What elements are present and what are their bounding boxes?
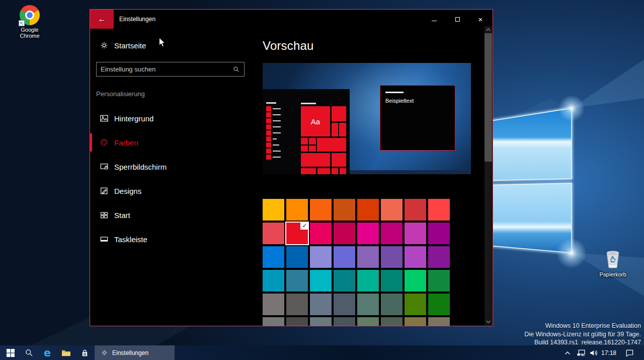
taskbar-edge-button[interactable]: e [39, 345, 56, 360]
accent-swatch[interactable] [381, 246, 403, 268]
taskbar-icon [100, 235, 109, 244]
accent-swatch[interactable] [357, 317, 379, 326]
accent-swatch[interactable] [263, 317, 284, 326]
mouse-cursor [158, 37, 166, 48]
preview-taskbar-strip [350, 170, 471, 174]
accent-swatch[interactable] [428, 317, 450, 326]
accent-swatch[interactable] [263, 246, 284, 268]
accent-swatch[interactable] [428, 294, 450, 315]
clock-label: 17:18 [601, 349, 616, 356]
taskbar-explorer-button[interactable] [57, 345, 74, 360]
accent-swatch[interactable] [357, 223, 379, 244]
accent-swatch[interactable] [405, 246, 426, 268]
windows-logo-icon [7, 349, 15, 357]
accent-swatch[interactable] [381, 317, 403, 326]
accent-swatch[interactable] [310, 270, 332, 292]
accent-swatch[interactable] [334, 294, 355, 315]
minimize-button[interactable] [423, 10, 446, 29]
scroll-down-icon[interactable] [485, 318, 492, 325]
accent-swatch[interactable] [310, 294, 332, 315]
accent-swatch[interactable] [334, 246, 355, 268]
accent-swatch[interactable] [381, 199, 403, 221]
speaker-icon [589, 349, 599, 357]
accent-swatch[interactable]: ✓ [286, 223, 308, 244]
scrollbar[interactable] [485, 26, 492, 325]
preview-sample-window: Beispieltext [380, 85, 455, 151]
accent-swatch[interactable] [334, 223, 355, 244]
sidebar-item-home[interactable]: Startseite [90, 36, 256, 54]
accent-swatch[interactable] [428, 223, 450, 244]
search-input[interactable] [97, 65, 232, 73]
sidebar-item-label: Sperrbildschirm [114, 163, 167, 171]
accent-swatch[interactable] [357, 270, 379, 292]
accent-swatch[interactable] [263, 294, 284, 315]
accent-swatch[interactable] [405, 294, 426, 315]
taskbar-search-button[interactable] [20, 345, 37, 360]
sidebar-item-colors[interactable]: Farben [90, 130, 256, 155]
accent-swatch[interactable] [286, 294, 308, 315]
accent-swatch[interactable] [263, 199, 284, 221]
back-arrow-icon: ← [98, 15, 106, 24]
accent-swatch[interactable] [381, 270, 403, 292]
accent-swatch[interactable] [357, 199, 379, 221]
accent-swatch[interactable] [405, 223, 426, 244]
accent-swatch[interactable] [310, 317, 332, 326]
tray-volume-button[interactable] [587, 345, 601, 360]
accent-swatch[interactable] [428, 270, 450, 292]
accent-swatch[interactable] [428, 199, 450, 221]
license-line-2: Die Windows-Lizenz ist gültig für 39 Tag… [524, 330, 641, 339]
tray-chevron-button[interactable] [561, 345, 574, 360]
accent-swatch[interactable] [334, 270, 355, 292]
accent-swatch[interactable] [286, 246, 308, 268]
desktop-icon-google-chrome[interactable]: ↖ Google Chrome [11, 5, 49, 39]
accent-swatch[interactable] [263, 223, 284, 244]
taskbar-app-einstellungen[interactable]: Einstellungen [95, 345, 175, 360]
page-title: Vorschau [263, 39, 314, 53]
action-center-button[interactable] [621, 345, 638, 360]
accent-swatch[interactable] [357, 294, 379, 315]
sidebar-item-background[interactable]: Hintergrund [90, 106, 256, 130]
settings-search-box[interactable] [96, 62, 245, 77]
accent-swatch[interactable] [286, 317, 308, 326]
search-icon [25, 348, 33, 357]
recycle-bin-icon [603, 249, 623, 270]
accent-swatch[interactable] [286, 270, 308, 292]
minimize-icon [432, 21, 437, 21]
accent-swatch[interactable] [405, 199, 426, 221]
sidebar-item-start[interactable]: Start [90, 203, 256, 227]
accent-swatch[interactable] [310, 246, 332, 268]
desktop-icon-recycle-bin[interactable]: Papierkorb [594, 249, 632, 277]
accent-swatch[interactable] [357, 246, 379, 268]
sidebar-item-taskbar[interactable]: Taskleiste [90, 227, 256, 251]
accent-swatch[interactable] [286, 199, 308, 221]
lock-screen-icon [100, 162, 109, 171]
title-bar[interactable]: ← Einstellungen × [90, 10, 493, 29]
search-icon[interactable] [232, 65, 240, 73]
accent-swatch[interactable] [310, 199, 332, 221]
maximize-button[interactable] [446, 10, 469, 29]
start-button[interactable] [2, 345, 19, 360]
gear-icon [101, 349, 108, 356]
sidebar-nav: Hintergrund Farben Sperrbildschirm [90, 106, 256, 251]
accent-swatch[interactable] [405, 317, 426, 326]
accent-swatch[interactable] [381, 223, 403, 244]
taskbar-store-button[interactable] [76, 345, 93, 360]
back-button[interactable]: ← [90, 10, 114, 29]
scrollbar-thumb[interactable] [485, 33, 492, 162]
tray-network-button[interactable] [574, 345, 588, 360]
accent-swatch[interactable] [310, 223, 332, 244]
themes-icon [100, 186, 109, 195]
accent-swatch[interactable] [428, 246, 450, 268]
store-icon [80, 348, 89, 357]
tray-clock[interactable]: 17:18 [600, 345, 618, 360]
accent-swatch[interactable] [381, 294, 403, 315]
accent-swatch[interactable] [263, 270, 284, 292]
taskbar-app-label: Einstellungen [112, 349, 148, 356]
accent-swatch[interactable] [334, 317, 355, 326]
sidebar-item-themes[interactable]: Designs [90, 179, 256, 203]
sidebar-item-lockscreen[interactable]: Sperrbildschirm [90, 155, 256, 179]
sidebar-item-label: Farben [114, 138, 138, 147]
scroll-up-icon[interactable] [485, 26, 492, 33]
accent-swatch[interactable] [405, 270, 426, 292]
accent-swatch[interactable] [334, 199, 355, 221]
